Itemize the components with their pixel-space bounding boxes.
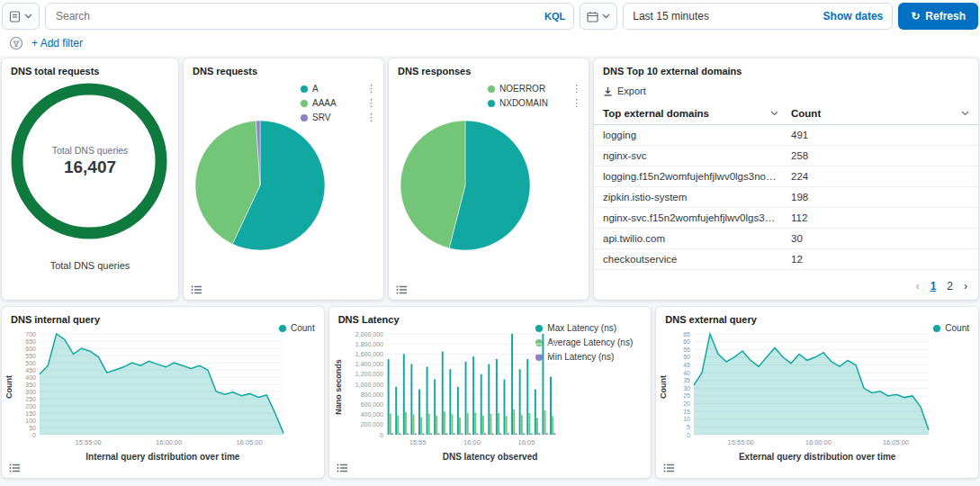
date-range-label: Last 15 minutes <box>633 10 709 22</box>
panel-dns-internal-query: DNS internal query Count Count 050100150… <box>2 307 324 478</box>
legend-item[interactable]: A⋮ <box>301 84 376 94</box>
svg-text:15:55: 15:55 <box>409 438 426 446</box>
table-row[interactable]: nginx-svc.f15n2womfujehfjlwv0lgs3no....1… <box>594 208 978 229</box>
sort-chevron-icon[interactable] <box>770 111 778 116</box>
x-axis-title: Internal query distribution over time <box>2 452 324 462</box>
legend-toggle-icon[interactable] <box>191 285 202 294</box>
legend-options-icon[interactable]: ⋮ <box>571 84 581 94</box>
domain-cell: nginx-svc.f15n2womfujehfjlwv0lgs3no.... <box>603 212 791 223</box>
svg-text:25: 25 <box>684 392 691 399</box>
search-input[interactable] <box>54 9 544 23</box>
svg-text:650: 650 <box>25 338 36 345</box>
panel-dns-responses: DNS responses NOERROR⋮ NXDOMAIN⋮ <box>389 58 589 300</box>
legend-options-icon[interactable]: ⋮ <box>366 98 376 108</box>
gauge-center-label: Total DNS queries <box>2 145 178 156</box>
legend-item[interactable]: AAAA⋮ <box>301 98 376 108</box>
svg-text:16:00: 16:00 <box>463 438 481 446</box>
domain-cell: zipkin.istio-system <box>603 192 791 202</box>
count-cell: 491 <box>791 130 969 140</box>
svg-text:16:05:00: 16:05:00 <box>883 438 909 446</box>
sort-chevron-icon[interactable] <box>961 111 969 116</box>
legend-toggle-icon[interactable] <box>396 285 407 294</box>
svg-text:700: 700 <box>25 331 36 338</box>
filter-settings-icon[interactable] <box>9 36 23 50</box>
table-row[interactable]: api.twilio.com30 <box>594 229 978 249</box>
svg-text:600: 600 <box>25 346 36 352</box>
svg-text:10: 10 <box>684 416 691 422</box>
legend-toggle-icon[interactable] <box>337 464 347 472</box>
table-row[interactable]: nginx-svc258 <box>594 146 978 166</box>
domain-cell: logging <box>603 130 791 140</box>
legend-label: A <box>312 84 319 94</box>
column-header-domain[interactable]: Top external domains <box>603 108 791 119</box>
svg-text:400: 400 <box>25 374 36 381</box>
legend-label: NOERROR <box>499 84 545 94</box>
pie-chart[interactable] <box>398 118 533 253</box>
svg-text:16:00:00: 16:00:00 <box>156 438 182 446</box>
legend: NOERROR⋮ NXDOMAIN⋮ <box>488 84 581 108</box>
kql-badge[interactable]: KQL <box>544 11 565 22</box>
x-axis-title: External query distribution over time <box>656 452 978 462</box>
previous-page-icon[interactable]: ‹ <box>916 280 920 292</box>
page-2-button[interactable]: 2 <box>947 280 953 292</box>
show-dates-link[interactable]: Show dates <box>823 10 884 22</box>
add-filter-link[interactable]: + Add filter <box>31 37 83 50</box>
svg-text:1,000,000: 1,000,000 <box>355 382 383 388</box>
next-page-icon[interactable]: › <box>964 280 967 292</box>
legend-label: NXDOMAIN <box>499 98 548 108</box>
refresh-button[interactable]: ↻ Refresh <box>898 3 978 30</box>
chevron-down-icon <box>602 14 610 19</box>
export-button[interactable]: Export <box>603 86 969 96</box>
gauge-bottom-label: Total DNS queries <box>2 260 178 271</box>
page-1-button[interactable]: 1 <box>931 280 937 292</box>
legend: Count <box>933 323 969 333</box>
saved-query-button[interactable] <box>2 3 40 30</box>
svg-text:0: 0 <box>32 432 36 438</box>
legend-toggle-icon[interactable] <box>663 464 674 472</box>
svg-text:1,200,000: 1,200,000 <box>355 371 383 377</box>
svg-text:1,400,000: 1,400,000 <box>355 361 383 367</box>
legend-toggle-icon[interactable] <box>9 464 20 472</box>
table-row[interactable]: zipkin.istio-system198 <box>594 187 978 208</box>
legend-options-icon[interactable]: ⋮ <box>571 98 581 108</box>
pie-chart[interactable] <box>193 118 328 253</box>
table-row[interactable]: logging.f15n2womfujehfjlwv0lgs3nog....22… <box>594 166 978 187</box>
count-cell: 12 <box>791 254 969 265</box>
panel-title: DNS internal query <box>2 307 324 325</box>
svg-text:5: 5 <box>687 424 690 430</box>
panel-dns-top-external-domains: DNS Top 10 external domains Export Top e… <box>594 58 978 300</box>
domain-cell: api.twilio.com <box>603 233 791 244</box>
x-axis-title: DNS latency observed <box>329 452 652 462</box>
count-cell: 224 <box>791 171 969 182</box>
table-row[interactable]: logging491 <box>594 125 978 146</box>
legend-item[interactable]: NXDOMAIN⋮ <box>488 98 581 108</box>
svg-text:15:55:00: 15:55:00 <box>76 438 102 446</box>
date-picker-button[interactable] <box>580 3 617 30</box>
legend: A⋮ AAAA⋮ SRV⋮ <box>301 84 376 122</box>
column-header-count[interactable]: Count <box>791 108 969 119</box>
svg-text:16:05: 16:05 <box>517 438 535 446</box>
svg-text:800,000: 800,000 <box>360 392 382 398</box>
svg-text:100: 100 <box>25 418 36 424</box>
legend-options-icon[interactable]: ⋮ <box>366 112 376 122</box>
svg-text:500: 500 <box>25 360 36 366</box>
pagination: ‹ 1 2 › <box>916 280 967 292</box>
area-chart[interactable]: 0510152025303540455055606515:55:0016:00:… <box>669 328 934 447</box>
table-row[interactable]: checkoutservice12 <box>594 249 978 270</box>
svg-text:550: 550 <box>25 353 36 359</box>
svg-text:60: 60 <box>684 338 691 345</box>
legend-options-icon[interactable]: ⋮ <box>366 84 376 94</box>
legend-label: Count <box>291 323 315 333</box>
area-chart[interactable]: 0501001502002503003504004505005506006507… <box>14 328 289 447</box>
y-axis-title: Count <box>659 351 668 423</box>
svg-text:2,000,000: 2,000,000 <box>355 331 383 338</box>
legend-item[interactable]: NOERROR⋮ <box>488 84 581 94</box>
svg-text:250: 250 <box>25 396 36 402</box>
svg-text:200: 200 <box>25 403 36 410</box>
bar-chart[interactable]: 0200,000400,000600,000800,0001,000,0001,… <box>340 328 561 447</box>
date-range-control[interactable]: Last 15 minutes Show dates <box>623 3 893 30</box>
panel-title: DNS external query <box>656 307 978 325</box>
legend-item[interactable]: Count <box>933 323 969 333</box>
count-cell: 198 <box>791 192 969 202</box>
count-cell: 112 <box>791 212 969 223</box>
